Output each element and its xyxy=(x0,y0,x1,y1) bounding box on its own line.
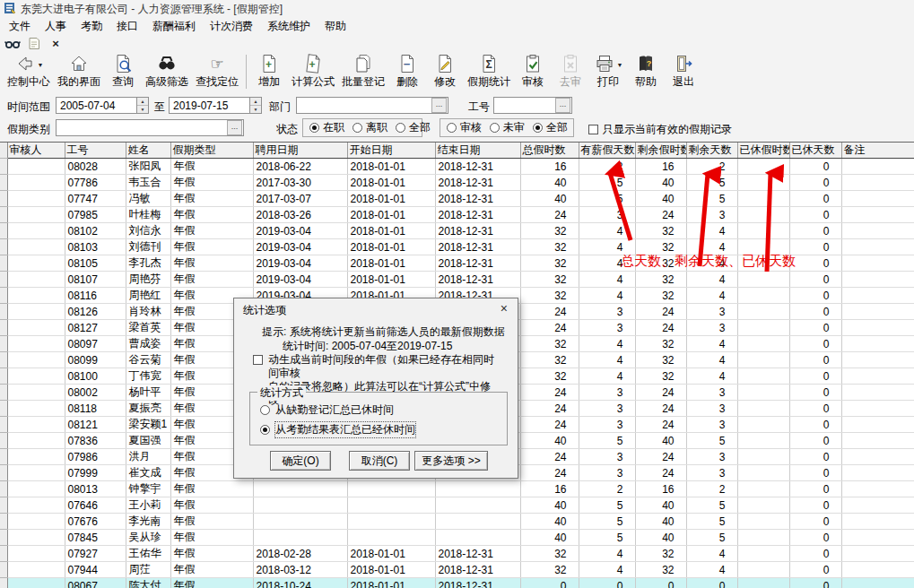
leave-type-input[interactable]: ... xyxy=(56,119,244,136)
stat-method-radio-0[interactable]: 从缺勤登记汇总已休时间 xyxy=(260,402,394,418)
status-radio-2[interactable]: 全部 xyxy=(396,120,431,135)
glasses-icon[interactable] xyxy=(4,37,21,51)
dialog-close-icon[interactable]: × xyxy=(501,301,508,316)
toolbar-button-home[interactable]: 我的界面 xyxy=(54,54,104,88)
audit-radio-2[interactable]: 全部 xyxy=(533,120,568,135)
table-row[interactable]: 07927王佑华年假2018-02-282018-01-012018-12-31… xyxy=(0,546,914,562)
stat-method-radio-icon[interactable] xyxy=(260,405,270,415)
table-row[interactable]: 08067陈大付年假2018-10-242018-01-012018-12-31… xyxy=(0,578,914,588)
toolbar-button-doc-edit[interactable]: 修改 xyxy=(426,54,464,88)
toolbar-button-doc-minus[interactable]: −删除 xyxy=(388,54,426,88)
table-row[interactable]: 07845吴从珍年假4054050 xyxy=(0,530,914,546)
audit-radio-0[interactable]: 审核 xyxy=(447,120,482,135)
menu-item-1[interactable]: 人事 xyxy=(38,18,74,35)
time-to-spinner[interactable]: ▲▼ xyxy=(249,98,261,113)
time-from-input[interactable]: 2005-07-04 ▲▼ xyxy=(56,97,149,114)
toolbar-button-doc-plus[interactable]: +增加 xyxy=(250,54,288,88)
stat-method-radio-icon[interactable] xyxy=(260,425,270,435)
form-icon[interactable] xyxy=(26,37,42,51)
row-indicator[interactable] xyxy=(0,272,7,288)
dept-browse-button[interactable]: ... xyxy=(431,98,447,113)
menu-item-6[interactable]: 系统维护 xyxy=(260,18,318,35)
valid-only-checkbox-row[interactable]: 只显示当前有效的假期记录 xyxy=(588,122,732,137)
time-from-spinner[interactable]: ▲▼ xyxy=(136,98,148,113)
row-indicator[interactable] xyxy=(0,449,7,465)
row-indicator[interactable] xyxy=(0,578,7,588)
table-row[interactable]: 07944周茳年假2018-03-122018-01-012018-12-313… xyxy=(0,562,914,578)
row-indicator[interactable] xyxy=(0,530,7,546)
toolbar-button-back-arrow[interactable]: ▼控制中心 xyxy=(4,54,54,88)
toolbar-button-printer[interactable]: ▼打印 xyxy=(589,54,627,88)
column-header-11[interactable]: 已休假时数 xyxy=(737,143,789,159)
menu-item-3[interactable]: 接口 xyxy=(109,18,145,35)
column-header-0[interactable]: 审核人 xyxy=(7,143,65,159)
dept-input[interactable]: ... xyxy=(296,97,448,114)
toolbar-button-help-book[interactable]: ?帮助 xyxy=(627,54,665,88)
toolbar-button-pointing-hand[interactable]: ☞查找定位 xyxy=(192,54,242,88)
row-indicator[interactable] xyxy=(0,514,7,530)
column-header-12[interactable]: 已休天数 xyxy=(789,143,841,159)
status-radio-icon[interactable] xyxy=(309,123,319,133)
column-header-6[interactable]: 结束日期 xyxy=(435,143,520,159)
toolbar-button-doc-stack[interactable]: 批量登记 xyxy=(338,54,388,88)
stat-method-radio-1[interactable]: 从考勤结果表汇总已经休时间 xyxy=(260,422,415,437)
column-header-3[interactable]: 假期类型 xyxy=(170,143,253,159)
ok-button[interactable]: 确定(O) xyxy=(270,451,331,471)
row-indicator[interactable] xyxy=(0,433,7,449)
table-row[interactable]: 08013钟擎宇年假1621620 xyxy=(0,481,914,497)
row-indicator[interactable] xyxy=(0,191,7,207)
status-radio-icon[interactable] xyxy=(396,123,405,133)
row-indicator[interactable] xyxy=(0,239,7,255)
table-row[interactable]: 08107周艳芬年假2019-03-042018-01-012018-12-31… xyxy=(0,272,914,288)
status-radio-1[interactable]: 离职 xyxy=(353,120,387,135)
row-indicator[interactable] xyxy=(0,385,7,401)
column-header-8[interactable]: 有薪假天数 xyxy=(579,143,635,159)
leave-type-browse-button[interactable]: ... xyxy=(227,120,242,135)
dialog-generate-checkbox[interactable] xyxy=(253,355,263,365)
column-header-10[interactable]: 剩余天数 xyxy=(686,143,737,159)
row-indicator[interactable] xyxy=(0,159,7,175)
table-row[interactable]: 07786韦玉合年假2017-03-302018-01-012018-12-31… xyxy=(0,175,914,191)
row-indicator[interactable] xyxy=(0,401,7,417)
table-row[interactable]: 07747冯敏年假2017-03-072018-01-012018-12-314… xyxy=(0,191,914,207)
row-indicator[interactable] xyxy=(0,336,7,352)
toolbar-button-doc-formula[interactable]: +计算公式 xyxy=(288,54,338,88)
row-indicator[interactable] xyxy=(0,465,7,481)
toolbar-button-search-doc[interactable]: 查询 xyxy=(104,54,142,88)
toolbar-button-binoculars[interactable]: 高级筛选 xyxy=(142,54,192,88)
toolbar-button-exit-door[interactable]: 退出 xyxy=(665,54,702,88)
row-indicator[interactable] xyxy=(0,320,7,336)
dropdown-arrow-icon[interactable]: ▼ xyxy=(617,62,623,68)
valid-only-checkbox[interactable] xyxy=(588,125,598,134)
more-options-button[interactable]: 更多选项 >> xyxy=(414,451,488,471)
audit-radio-icon[interactable] xyxy=(533,123,543,133)
column-header-9[interactable]: 剩余假时数 xyxy=(635,143,686,159)
column-header-13[interactable]: 备注 xyxy=(841,143,914,159)
cancel-button[interactable]: 取消(C) xyxy=(349,451,410,471)
table-row[interactable]: 07985叶桂梅年假2018-03-262018-01-012018-12-31… xyxy=(0,207,914,223)
row-indicator[interactable] xyxy=(0,207,7,223)
row-indicator[interactable] xyxy=(0,175,7,191)
column-header-5[interactable]: 开始日期 xyxy=(347,143,435,159)
row-indicator[interactable] xyxy=(0,288,7,304)
empno-input[interactable]: ... xyxy=(493,97,572,114)
menu-item-2[interactable]: 考勤 xyxy=(74,18,109,35)
status-radio-0[interactable]: 在职 xyxy=(309,120,344,135)
column-header-1[interactable]: 工号 xyxy=(65,143,126,159)
column-header-2[interactable]: 姓名 xyxy=(126,143,170,159)
table-row[interactable]: 07646王小莉年假4054050 xyxy=(0,497,914,514)
row-indicator[interactable] xyxy=(0,304,7,320)
table-row[interactable]: 08028张阳凤年假2018-06-222018-01-012018-12-31… xyxy=(0,159,914,175)
status-radio-icon[interactable] xyxy=(353,123,362,133)
table-row[interactable]: 07676李光南年假4054050 xyxy=(0,514,914,530)
table-row[interactable]: 08102刘信永年假2019-03-042018-01-012018-12-31… xyxy=(0,223,914,239)
empno-browse-button[interactable]: ... xyxy=(555,98,570,113)
row-indicator[interactable] xyxy=(0,546,7,562)
dropdown-arrow-icon[interactable]: ▼ xyxy=(38,62,44,68)
row-indicator[interactable] xyxy=(0,562,7,578)
row-indicator[interactable] xyxy=(0,255,7,272)
column-header-7[interactable]: 总假时数 xyxy=(520,143,579,159)
audit-radio-1[interactable]: 未审 xyxy=(490,120,525,135)
audit-radio-icon[interactable] xyxy=(447,123,457,133)
menu-item-4[interactable]: 薪酬福利 xyxy=(145,18,203,35)
